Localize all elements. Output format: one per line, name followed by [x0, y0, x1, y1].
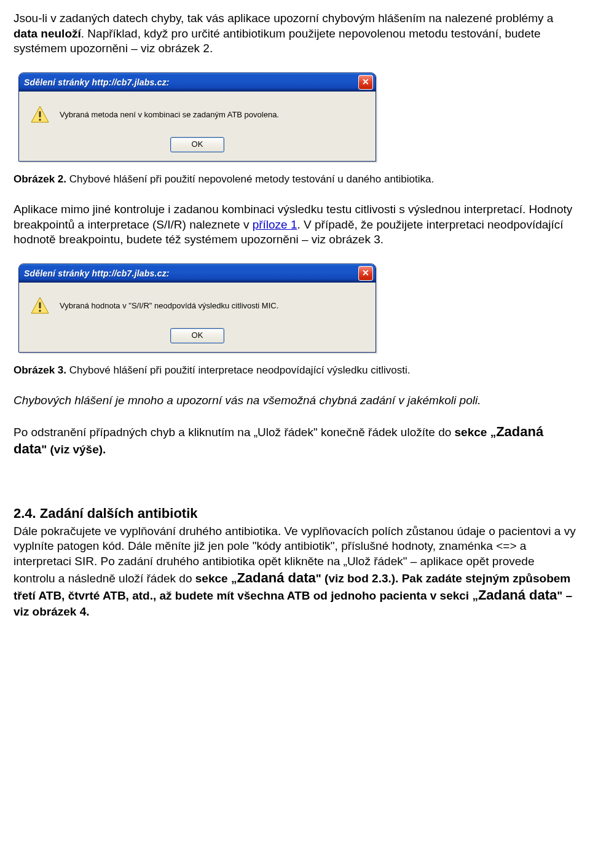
alert-dialog: Sdělení stránky http://cb7.jlabs.cz: ✕ V… [18, 264, 376, 353]
text-emphasis: Zadaná data [237, 570, 315, 585]
close-button[interactable]: ✕ [358, 266, 373, 281]
figure-caption-1: Obrázek 2. Chybové hlášení při použití n… [14, 173, 576, 186]
dialog-body: Vybraná metoda není v kombinaci se zadan… [19, 92, 376, 133]
ok-button[interactable]: OK [170, 328, 224, 343]
attachment-link[interactable]: příloze 1 [253, 218, 297, 231]
svg-rect-1 [39, 111, 41, 117]
text-bold: " (viz výše). [41, 443, 106, 456]
dialog-message: Vybraná metoda není v kombinaci se zadan… [60, 110, 279, 120]
paragraph-save-row: Po odstranění případných chyb a kliknutí… [14, 423, 576, 458]
text-bold: sekce „ [455, 426, 497, 439]
paragraph-breakpoints: Aplikace mimo jiné kontroluje i zadanou … [14, 202, 576, 248]
text-bold: data neuloží [14, 27, 81, 40]
text: Po odstranění případných chyb a kliknutí… [14, 426, 455, 439]
warning-icon [30, 296, 50, 316]
caption-text: Chybové hlášení při použití nepovolené m… [66, 173, 434, 185]
text-emphasis: Zadaná data [478, 587, 557, 603]
svg-point-5 [39, 310, 41, 312]
dialog-title: Sdělení stránky http://cb7.jlabs.cz: [24, 77, 170, 88]
dialog-screenshot-2: Sdělení stránky http://cb7.jlabs.cz: ✕ V… [14, 261, 576, 355]
dialog-title: Sdělení stránky http://cb7.jlabs.cz: [24, 268, 170, 279]
ok-button[interactable]: OK [170, 137, 224, 152]
section-heading-2-4: 2.4. Zadání dalších antibiotik [14, 505, 576, 523]
dialog-titlebar: Sdělení stránky http://cb7.jlabs.cz: ✕ [19, 264, 376, 283]
dialog-screenshot-1: Sdělení stránky http://cb7.jlabs.cz: ✕ V… [14, 70, 576, 164]
text: Jsou-li v zadaných datech chyby, tak vás… [14, 12, 553, 25]
close-button[interactable]: ✕ [358, 75, 373, 90]
paragraph-intro: Jsou-li v zadaných datech chyby, tak vás… [14, 11, 576, 57]
dialog-titlebar: Sdělení stránky http://cb7.jlabs.cz: ✕ [19, 73, 376, 92]
svg-rect-4 [39, 302, 41, 308]
svg-point-2 [39, 119, 41, 121]
text: Chybových hlášení je mnoho a upozorní vá… [14, 394, 481, 407]
paragraph-more-atb: Dále pokračujete ve vyplňování druhého a… [14, 524, 576, 620]
dialog-buttons: OK [19, 324, 376, 352]
dialog-buttons: OK [19, 133, 376, 161]
dialog-body: Vybraná hodnota v "S/I/R" neodpovídá výs… [19, 283, 376, 324]
text: . Například, když pro určité antibiotiku… [14, 27, 541, 55]
figure-caption-2: Obrázek 3. Chybové hlášení při použití i… [14, 364, 576, 377]
paragraph-note: Chybových hlášení je mnoho a upozorní vá… [14, 393, 576, 409]
caption-label: Obrázek 2. [14, 173, 66, 185]
dialog-message: Vybraná hodnota v "S/I/R" neodpovídá výs… [60, 301, 278, 311]
caption-text: Chybové hlášení při použití interpretace… [66, 364, 410, 376]
alert-dialog: Sdělení stránky http://cb7.jlabs.cz: ✕ V… [18, 72, 376, 162]
caption-label: Obrázek 3. [14, 364, 66, 376]
text-bold: sekce „ [195, 572, 237, 585]
warning-icon [30, 105, 50, 125]
